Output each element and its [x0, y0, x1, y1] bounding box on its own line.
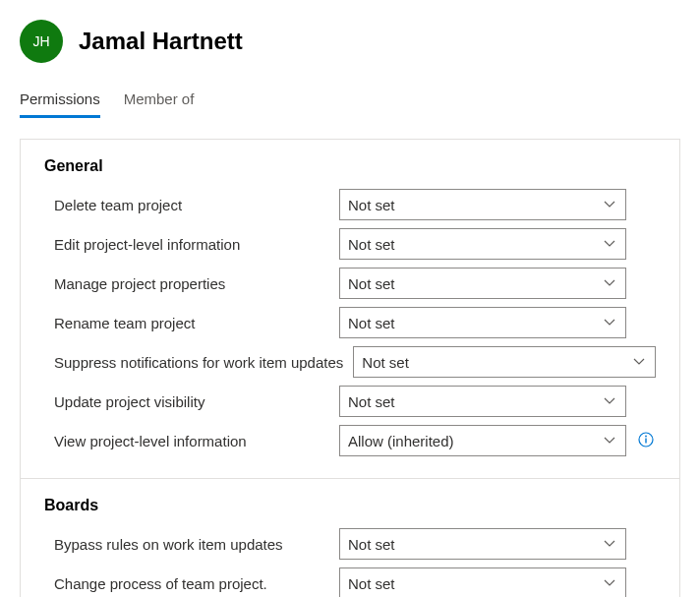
- chevron-down-icon: [604, 538, 615, 550]
- perm-label: Change process of team project.: [54, 575, 329, 592]
- chevron-down-icon: [604, 395, 615, 407]
- perm-value: Not set: [348, 575, 395, 592]
- perm-value: Not set: [348, 275, 395, 292]
- perm-value: Not set: [362, 354, 409, 371]
- perm-label: Edit project-level information: [54, 236, 329, 253]
- perm-row: Rename team project Not set: [44, 303, 656, 342]
- permissions-panel: General Delete team project Not set Edit…: [20, 139, 680, 597]
- perm-value: Not set: [348, 536, 395, 553]
- perm-select[interactable]: Not set: [339, 307, 626, 338]
- chevron-down-icon: [604, 317, 615, 328]
- perm-label: Rename team project: [54, 315, 329, 331]
- chevron-down-icon: [604, 577, 615, 589]
- page-title: Jamal Hartnett: [79, 28, 243, 55]
- chevron-down-icon: [604, 199, 615, 210]
- perm-select[interactable]: Allow (inherited): [339, 425, 626, 456]
- section-title-boards: Boards: [44, 497, 656, 514]
- chevron-down-icon: [604, 277, 615, 289]
- perm-value: Not set: [348, 197, 395, 213]
- info-icon[interactable]: [638, 432, 654, 448]
- section-general: General Delete team project Not set Edit…: [44, 157, 656, 460]
- tab-permissions[interactable]: Permissions: [20, 83, 100, 118]
- section-divider: [21, 478, 679, 479]
- perm-label: Delete team project: [54, 197, 329, 213]
- perm-value: Not set: [348, 393, 395, 410]
- perm-select[interactable]: Not set: [339, 567, 626, 597]
- perm-label: Manage project properties: [54, 275, 329, 292]
- svg-point-1: [645, 435, 647, 437]
- avatar-initials: JH: [32, 33, 49, 49]
- section-boards: Boards Bypass rules on work item updates…: [44, 497, 656, 597]
- perm-label: Update project visibility: [54, 393, 329, 410]
- perm-select[interactable]: Not set: [339, 386, 626, 417]
- perm-row: Change process of team project. Not set: [44, 564, 656, 597]
- chevron-down-icon: [604, 435, 615, 447]
- chevron-down-icon: [633, 356, 645, 368]
- perm-row: Manage project properties Not set: [44, 264, 656, 303]
- perm-label: Bypass rules on work item updates: [54, 536, 329, 553]
- perm-row: Bypass rules on work item updates Not se…: [44, 524, 656, 564]
- tab-member-of[interactable]: Member of: [124, 83, 195, 118]
- page-header: JH Jamal Hartnett: [0, 0, 700, 83]
- perm-select[interactable]: Not set: [339, 189, 626, 220]
- perm-value: Not set: [348, 315, 395, 331]
- perm-select[interactable]: Not set: [339, 228, 626, 260]
- chevron-down-icon: [604, 238, 615, 250]
- perm-row: Edit project-level information Not set: [44, 224, 656, 264]
- perm-select[interactable]: Not set: [339, 528, 626, 560]
- info-slot: [636, 432, 656, 450]
- perm-value: Allow (inherited): [348, 433, 454, 449]
- perm-row: Delete team project Not set: [44, 185, 656, 224]
- perm-value: Not set: [348, 236, 395, 253]
- avatar: JH: [20, 20, 63, 63]
- perm-row: Update project visibility Not set: [44, 382, 656, 421]
- perm-select[interactable]: Not set: [353, 346, 656, 378]
- svg-rect-2: [645, 438, 646, 443]
- tab-bar: Permissions Member of: [0, 83, 700, 119]
- perm-label: Suppress notifications for work item upd…: [54, 354, 343, 371]
- section-title-general: General: [44, 157, 656, 175]
- perm-row: Suppress notifications for work item upd…: [44, 342, 656, 382]
- perm-row: View project-level information Allow (in…: [44, 421, 656, 460]
- perm-select[interactable]: Not set: [339, 268, 626, 299]
- perm-label: View project-level information: [54, 433, 329, 449]
